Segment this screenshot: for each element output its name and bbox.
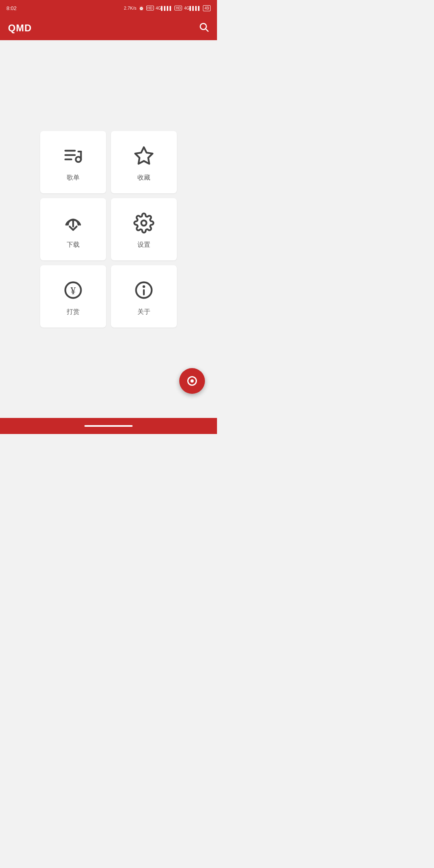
about-label: 关于 xyxy=(137,308,150,316)
status-right: 2.7K/s ⏰ HD 4G▌▌▌▌ HD 4G▌▌▌▌ 49 xyxy=(124,5,211,11)
grid-item-playlist[interactable]: 歌单 xyxy=(40,131,106,193)
search-button[interactable] xyxy=(199,22,209,35)
grid-item-about[interactable]: 关于 xyxy=(111,265,177,328)
download-icon xyxy=(62,212,84,234)
favorites-label: 收藏 xyxy=(137,174,150,182)
svg-line-1 xyxy=(206,29,208,31)
info-icon xyxy=(133,279,155,301)
status-speed: 2.7K/s xyxy=(124,6,136,10)
status-bar: 8:02 2.7K/s ⏰ HD 4G▌▌▌▌ HD 4G▌▌▌▌ 49 xyxy=(0,0,217,16)
playlist-icon xyxy=(62,145,84,167)
battery-indicator: 49 xyxy=(203,5,211,11)
grid-item-download[interactable]: 下载 xyxy=(40,198,106,260)
star-icon xyxy=(133,145,155,167)
app-title: QMD xyxy=(8,23,32,34)
status-time: 8:02 xyxy=(6,5,16,11)
bottom-navigation-bar xyxy=(0,418,217,434)
playlist-label: 歌单 xyxy=(67,174,80,182)
fab-inner xyxy=(187,376,197,386)
settings-icon xyxy=(133,212,155,234)
svg-text:¥: ¥ xyxy=(71,285,76,296)
fab-dot xyxy=(190,379,194,383)
svg-marker-8 xyxy=(135,147,152,164)
hd-badge-2: HD xyxy=(174,6,182,10)
hd-badge-1: HD xyxy=(146,6,154,10)
home-indicator xyxy=(84,425,133,427)
signal-4g-2: 4G▌▌▌▌ xyxy=(184,6,201,10)
yen-icon: ¥ xyxy=(62,279,84,301)
menu-grid: 歌单 收藏 xyxy=(40,131,177,328)
fab-play-button[interactable] xyxy=(179,368,205,394)
grid-item-favorites[interactable]: 收藏 xyxy=(111,131,177,193)
grid-item-tip[interactable]: ¥ 打赏 xyxy=(40,265,106,328)
settings-label: 设置 xyxy=(137,241,150,249)
tip-label: 打赏 xyxy=(67,308,80,316)
download-label: 下载 xyxy=(67,241,80,249)
alarm-icon: ⏰ xyxy=(139,6,144,11)
main-content: 歌单 收藏 xyxy=(0,40,217,418)
grid-item-settings[interactable]: 设置 xyxy=(111,198,177,260)
signal-4g-1: 4G▌▌▌▌ xyxy=(156,6,173,10)
svg-point-9 xyxy=(141,220,147,225)
app-header: QMD xyxy=(0,16,217,40)
